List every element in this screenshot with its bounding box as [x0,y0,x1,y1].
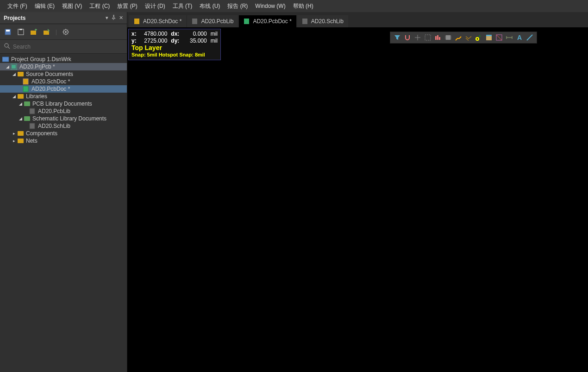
svg-rect-20 [302,19,307,24]
panel-menu-icon[interactable]: ▾ [106,15,108,21]
tab-pcbdoc[interactable]: AD20.PcbDoc * [239,15,296,27]
svg-rect-12 [12,65,16,69]
snap-icon[interactable] [403,33,412,42]
tree-project-label: AD20.PrjPcb * [19,63,55,70]
svg-rect-29 [486,35,492,36]
tree-nets[interactable]: ▸ Nets [0,137,127,145]
svg-rect-13 [23,79,28,84]
svg-rect-21 [425,35,431,40]
svg-rect-1 [6,30,10,32]
search-icon [4,43,10,50]
schematic-icon [134,18,140,25]
tab-pcblib-label: AD20.PcbLib [201,18,233,25]
tab-schlib[interactable]: AD20.SchLib [297,15,348,27]
tree-libraries[interactable]: ◢ Libraries [0,93,127,100]
tree-libraries-label: Libraries [26,93,47,100]
add-folder-icon[interactable] [30,28,38,36]
tab-pcblib[interactable]: AD20.PcbLib [187,15,238,27]
menu-route[interactable]: 布线 (U) [196,0,224,12]
crosshair-icon[interactable] [413,33,422,42]
project-tree[interactable]: Project Group 1.DsnWrk ◢ AD20.PrjPcb * ◢… [0,54,127,372]
tree-schlib-label: AD20.SchLib [38,123,70,129]
schlib-icon [302,18,308,25]
tree-schdoc[interactable]: AD20.SchDoc * [0,78,127,85]
tree-pcb-lib-docs-label: PCB Library Documents [32,101,92,107]
menu-edit[interactable]: 编辑 (E) [31,0,58,12]
svg-line-31 [496,35,502,40]
via-icon[interactable] [475,33,483,42]
menu-design[interactable]: 设计 (D) [141,0,169,12]
keepout-icon[interactable] [495,33,503,42]
document-tabs: AD20.SchDoc * AD20.PcbLib AD20.PcbDoc * … [127,12,588,28]
tree-pcbdoc-label: AD20.PcbDoc * [31,86,70,92]
tree-source-docs-label: Source Documents [26,71,73,77]
tree-components-label: Components [26,130,57,137]
projects-panel: Projects ▾ ✕ | Project Group 1.DsnWrk [0,12,127,372]
tree-sch-lib-docs-label: Schematic Library Documents [32,115,106,122]
svg-rect-16 [30,123,35,129]
diffpair-icon[interactable] [464,33,473,42]
tree-pcblib[interactable]: AD20.PcbLib [0,107,127,115]
menu-view[interactable]: 视图 (V) [58,0,86,12]
svg-rect-23 [437,35,438,40]
svg-rect-22 [435,36,437,40]
line-icon[interactable] [525,33,534,42]
svg-rect-24 [439,37,440,40]
route-icon[interactable] [454,33,463,42]
tab-schdoc[interactable]: AD20.SchDoc * [129,15,186,27]
menu-report[interactable]: 报告 (R) [224,0,251,12]
panel-title: Projects [4,15,25,21]
open-folder-icon[interactable] [43,28,51,36]
gear-icon[interactable] [62,28,70,36]
svg-rect-3 [19,29,22,30]
menu-place[interactable]: 放置 (P) [113,0,141,12]
text-icon[interactable]: A [515,33,524,42]
pcb-canvas[interactable]: x:4780.000dx:0.000mil y:2725.000dy:35.00… [127,28,588,372]
menubar: 文件 (F) 编辑 (E) 视图 (V) 工程 (C) 放置 (P) 设计 (D… [0,0,588,12]
svg-point-7 [65,31,67,33]
svg-rect-19 [244,19,249,24]
component-icon[interactable] [444,33,452,42]
tree-pcb-lib-docs[interactable]: ◢ PCB Library Documents [0,100,127,107]
svg-rect-10 [2,57,9,62]
svg-rect-4 [31,31,36,35]
select-rect-icon[interactable] [424,33,432,42]
tree-root-label: Project Group 1.DsnWrk [11,56,71,63]
tree-nets-label: Nets [26,138,38,144]
svg-rect-17 [134,19,139,24]
save-icon[interactable] [4,28,12,36]
tree-project[interactable]: ◢ AD20.PrjPcb * [0,63,127,70]
tab-schlib-label: AD20.SchLib [311,18,344,25]
tree-source-docs[interactable]: ◢ Source Documents [0,70,127,78]
menu-window[interactable]: Window (W) [251,1,289,11]
tree-schlib[interactable]: AD20.SchLib [0,122,127,130]
tree-components[interactable]: ▸ Components [0,130,127,137]
tree-sch-lib-docs[interactable]: ◢ Schematic Library Documents [0,115,127,122]
svg-rect-28 [486,36,492,40]
svg-rect-15 [30,108,35,114]
search-input[interactable] [13,44,123,50]
menu-help[interactable]: 帮助 (H) [289,0,317,12]
panel-close-icon[interactable]: ✕ [119,15,123,21]
svg-rect-14 [23,86,28,92]
tab-schdoc-label: AD20.SchDoc * [143,18,181,25]
panel-toolbar: | [0,24,127,40]
compile-icon[interactable] [17,28,25,36]
dimension-icon[interactable] [505,33,513,42]
tab-pcbdoc-label: AD20.PcbDoc * [253,18,291,25]
filter-icon[interactable] [393,33,401,42]
drawing-toolbar: A [390,32,537,44]
panel-pin-icon[interactable] [111,15,116,21]
polygon-icon[interactable] [485,33,493,42]
tree-root[interactable]: Project Group 1.DsnWrk [0,56,127,63]
menu-file[interactable]: 文件 (F) [4,0,31,12]
svg-rect-18 [192,19,197,24]
tree-pcbdoc[interactable]: AD20.PcbDoc * [0,85,127,93]
pcb-layout: C2 C1 C3 R1 [127,28,266,97]
menu-tools[interactable]: 工具 (T) [169,0,196,12]
pcbdoc-icon [244,18,250,25]
svg-point-27 [477,38,478,40]
menu-project[interactable]: 工程 (C) [86,0,113,12]
align-icon[interactable] [434,33,442,42]
svg-line-9 [8,47,10,49]
